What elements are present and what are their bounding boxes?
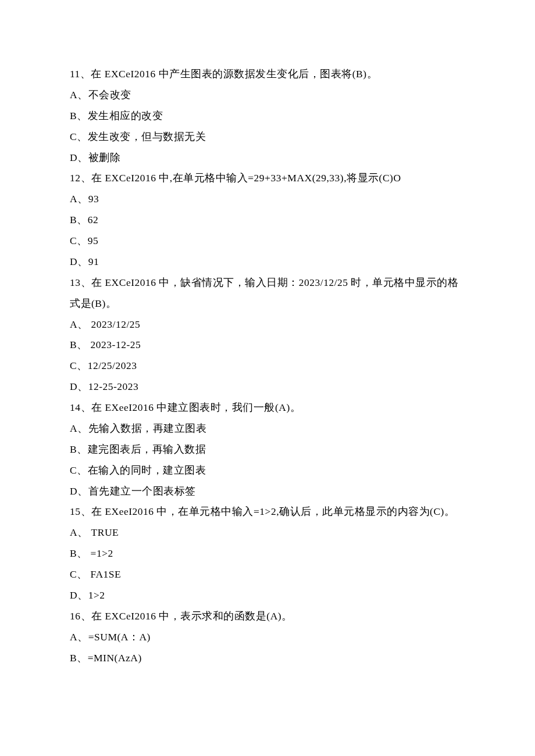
text-line: A、 TRUE (70, 522, 465, 543)
text-line: A、不会改变 (70, 85, 465, 106)
text-line: A、先输入数据，再建立图表 (70, 418, 465, 439)
text-line: B、62 (70, 210, 465, 231)
text-line: A、93 (70, 189, 465, 210)
text-line: D、12-25-2023 (70, 377, 465, 397)
text-line: A、 2023/12/25 (70, 314, 465, 335)
text-line: 11、在 EXCeI2016 中产生图表的源数据发生变化后，图表将(B)。 (70, 64, 465, 85)
text-line: B、发生相应的改变 (70, 106, 465, 127)
text-line: C、12/25/2023 (70, 356, 465, 377)
text-line: D、首先建立一个图表标签 (70, 481, 465, 502)
text-line: B、 =1>2 (70, 543, 465, 564)
text-line: A、=SUM(A：A) (70, 627, 465, 648)
text-line: C、发生改变，但与数据无关 (70, 127, 465, 148)
text-line: C、 FA1SE (70, 564, 465, 585)
text-line: D、1>2 (70, 585, 465, 606)
text-line: 15、在 EXeeI2016 中，在单元格中输入=1>2,确认后，此单元格显示的… (70, 501, 465, 522)
text-line: 16、在 EXCeI2016 中，表示求和的函数是(A)。 (70, 606, 465, 627)
text-line: D、91 (70, 252, 465, 273)
text-line: D、被删除 (70, 148, 465, 169)
text-line: 14、在 EXeeI2016 中建立图表时，我们一般(A)。 (70, 397, 465, 418)
text-line: C、在输入的同时，建立图表 (70, 460, 465, 481)
text-line: B、建完图表后，再输入数据 (70, 439, 465, 460)
text-line: 13、在 EXCeI2016 中，缺省情况下，输入日期：2023/12/25 时… (70, 273, 465, 314)
text-line: 12、在 EXCeI2016 中,在单元格中输入=29+33+MAX(29,33… (70, 168, 465, 189)
text-line: B、 2023-12-25 (70, 335, 465, 356)
text-line: C、95 (70, 231, 465, 252)
text-line: B、=MIN(AzA) (70, 648, 465, 669)
document-content: 11、在 EXCeI2016 中产生图表的源数据发生变化后，图表将(B)。 A、… (70, 64, 465, 668)
